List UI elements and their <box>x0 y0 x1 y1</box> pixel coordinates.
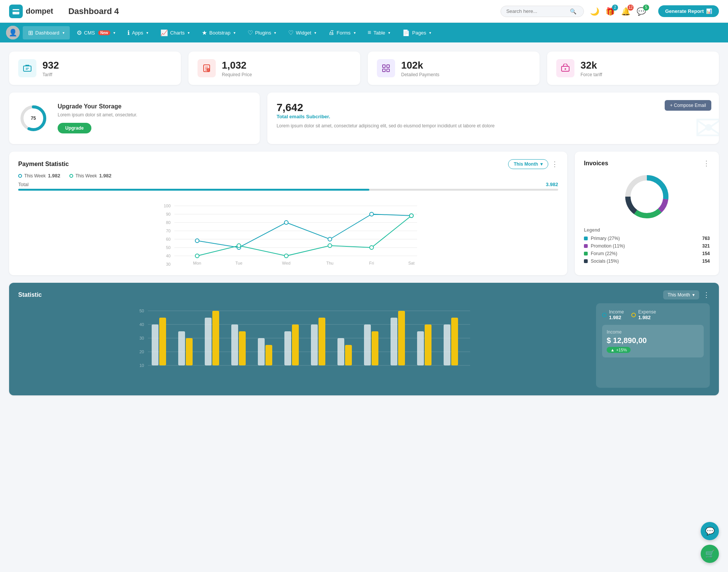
socials-square <box>584 259 588 263</box>
total-val: 3.982 <box>546 182 558 187</box>
month-chevron: ▾ <box>692 292 695 298</box>
tariff-value: 932 <box>42 60 59 71</box>
gift-btn[interactable]: 🎁 2 <box>606 7 615 16</box>
bar-chart-icon: 📊 <box>706 8 712 14</box>
nav-item-plugins[interactable]: ♡ Plugins ▾ <box>242 26 282 39</box>
search-bar[interactable]: 🔍 <box>500 6 584 17</box>
svg-rect-72 <box>205 318 212 365</box>
expense-val: 1.982 <box>638 315 656 320</box>
svg-text:40: 40 <box>166 254 171 258</box>
legend-item-2: This Week 1.982 <box>69 173 111 179</box>
income-legend-item: Income 1.982 <box>602 309 624 320</box>
svg-text:10: 10 <box>140 363 144 368</box>
statistic-card: Statistic This Month ▾ ⋮ <box>9 283 719 395</box>
svg-rect-3 <box>24 66 31 71</box>
statistic-more-btn[interactable]: ⋮ <box>703 291 710 299</box>
legend-dot-1 <box>18 174 22 178</box>
svg-rect-77 <box>265 345 272 365</box>
apps-icon: ℹ <box>127 29 130 36</box>
upgrade-btn[interactable]: Upgrade <box>58 123 91 133</box>
payment-header: Payment Statistic This Month ▾ ⋮ <box>18 159 558 169</box>
statistic-month-btn[interactable]: This Month ▾ <box>663 290 699 299</box>
promotion-label: Promotion (11%) <box>591 243 625 249</box>
primary-square <box>584 237 588 240</box>
cms-icon: ⚙ <box>77 29 82 36</box>
forum-count: 154 <box>702 251 710 256</box>
svg-rect-74 <box>231 324 238 365</box>
notification-btn[interactable]: 🔔 12 <box>621 7 631 16</box>
nav-item-widget[interactable]: ♡ Widget ▾ <box>283 26 321 39</box>
svg-rect-78 <box>284 331 291 365</box>
dark-mode-btn[interactable]: 🌙 <box>590 7 599 16</box>
bootstrap-icon: ★ <box>202 29 207 36</box>
payment-card: Payment Statistic This Month ▾ ⋮ This We… <box>9 152 567 275</box>
nav-item-apps[interactable]: ℹ Apps ▾ <box>122 26 154 39</box>
svg-rect-91 <box>451 318 458 365</box>
search-input[interactable] <box>506 8 567 14</box>
nav-item-bootstrap[interactable]: ★ Bootstrap ▾ <box>196 26 241 39</box>
payment-more-btn[interactable]: ⋮ <box>551 160 558 168</box>
svg-point-51 <box>370 246 373 249</box>
invoices-donut-container <box>584 172 710 221</box>
invoices-more-btn[interactable]: ⋮ <box>703 159 710 168</box>
svg-text:Tue: Tue <box>235 261 243 265</box>
legend-left-forum: Forum (22%) <box>584 251 617 256</box>
nav-item-bootstrap-label: Bootstrap <box>209 30 231 36</box>
legend-line-primary: Primary (27%) 763 <box>584 236 710 241</box>
income-box-title: Income <box>607 329 699 335</box>
svg-rect-87 <box>398 311 405 365</box>
email-bg-icon: ✉ <box>694 108 719 144</box>
logo-text: dompet <box>26 7 53 16</box>
forms-chevron: ▾ <box>354 31 356 35</box>
primary-label: Primary (27%) <box>591 236 620 241</box>
svg-point-47 <box>195 254 199 258</box>
svg-rect-14 <box>383 69 385 72</box>
svg-rect-1 <box>13 10 19 12</box>
bootstrap-chevron: ▾ <box>234 31 235 35</box>
stat-card-force-tariff: 32k Force tariff <box>547 52 719 85</box>
message-badge: 5 <box>643 5 649 11</box>
legend-left-promotion: Promotion (11%) <box>584 243 625 249</box>
svg-rect-15 <box>387 69 389 72</box>
cms-chevron: ▾ <box>113 31 115 35</box>
message-btn[interactable]: 💬 5 <box>637 7 646 16</box>
generate-report-btn[interactable]: Generate Report 📊 <box>658 5 719 17</box>
stat-card-required-price: + 1,032 Required Price <box>188 52 360 85</box>
invoices-title: Invoices <box>584 160 608 167</box>
nav-item-forms[interactable]: 🖨 Forms ▾ <box>323 26 361 39</box>
promotion-square <box>584 244 588 248</box>
notification-badge: 12 <box>628 5 634 11</box>
nav-item-pages[interactable]: 📄 Pages ▾ <box>397 26 436 39</box>
payment-filter-btn[interactable]: This Month ▾ <box>508 159 548 169</box>
svg-rect-89 <box>425 324 431 365</box>
expense-legend-item: Expense 1.982 <box>631 309 656 320</box>
svg-point-49 <box>284 254 288 258</box>
nav-item-charts[interactable]: 📈 Charts ▾ <box>155 26 195 39</box>
total-label: Total <box>18 182 28 187</box>
svg-text:Sat: Sat <box>408 261 415 265</box>
nav-item-plugins-label: Plugins <box>255 30 271 36</box>
svg-text:50: 50 <box>140 309 144 313</box>
svg-point-44 <box>328 237 332 241</box>
payment-filter: This Month ▾ ⋮ <box>508 159 558 169</box>
cms-badge: New <box>98 30 111 35</box>
forms-icon: 🖨 <box>328 29 334 36</box>
plugins-icon: ♡ <box>248 29 253 36</box>
navbar: 👤 ⊞ Dashboard ▾ ⚙ CMS New ▾ ℹ Apps ▾ 📈 C… <box>0 23 728 42</box>
nav-item-table[interactable]: ≡ Table ▾ <box>362 26 395 39</box>
svg-rect-76 <box>258 338 265 365</box>
nav-item-dashboard[interactable]: ⊞ Dashboard ▾ <box>23 26 70 39</box>
nav-item-cms[interactable]: ⚙ CMS New ▾ <box>71 26 121 39</box>
invoices-legend: Legend Primary (27%) 763 Promotion (11%)… <box>584 227 710 264</box>
svg-text:70: 70 <box>166 229 171 233</box>
progress-bar <box>18 189 558 191</box>
legend-dot-2 <box>69 174 73 178</box>
detailed-payments-label: Detailed Payments <box>401 72 439 77</box>
table-chevron: ▾ <box>388 31 390 35</box>
statistic-bar-chart: 50 40 30 20 10 <box>18 303 588 388</box>
nav-item-apps-label: Apps <box>132 30 143 36</box>
svg-rect-80 <box>311 324 318 365</box>
legend-line-promotion: Promotion (11%) 321 <box>584 243 710 249</box>
svg-rect-73 <box>212 311 219 365</box>
stat-card-tariff: 932 Tariff <box>9 52 181 85</box>
